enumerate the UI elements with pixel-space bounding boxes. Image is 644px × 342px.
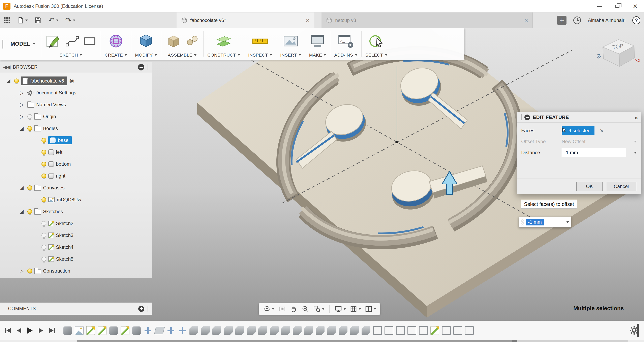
visibility-bulb-icon[interactable] xyxy=(14,78,19,83)
look-at-button[interactable] xyxy=(277,304,287,314)
timeline-fillet-feature-icon[interactable] xyxy=(350,326,359,335)
visibility-bulb-icon[interactable] xyxy=(28,114,32,119)
visibility-bulb-icon[interactable] xyxy=(28,186,32,190)
dialog-collapse-button[interactable] xyxy=(524,114,530,120)
timeline-sketch-feature-icon[interactable] xyxy=(98,326,106,335)
timeline-fillet-feature-icon[interactable] xyxy=(293,326,302,335)
browser-item-base[interactable]: base xyxy=(0,134,152,146)
browser-item-origin[interactable]: Origin xyxy=(0,110,152,122)
addins-scripts-icon[interactable]: >_ xyxy=(338,32,354,50)
visibility-bulb-icon[interactable] xyxy=(42,197,46,202)
selected-body-chip[interactable]: base xyxy=(48,136,72,144)
redo-button[interactable]: ↷ xyxy=(65,16,75,24)
distance-input[interactable]: -1 mm xyxy=(562,148,626,157)
new-tab-button[interactable]: + xyxy=(557,16,566,25)
comments-panel[interactable]: COMMENTS xyxy=(0,302,152,314)
browser-grip[interactable] xyxy=(148,64,149,70)
make-3d-print-icon[interactable] xyxy=(309,32,326,50)
visibility-bulb-icon[interactable] xyxy=(42,162,46,166)
timeline-offset-feature-icon[interactable] xyxy=(442,326,451,335)
browser-item-document-settings[interactable]: Document Settings xyxy=(0,87,152,99)
browser-minimize-button[interactable] xyxy=(138,64,144,70)
timeline-offset-feature-icon[interactable] xyxy=(396,326,405,335)
timeline-offset-feature-icon[interactable] xyxy=(384,326,393,335)
step-forward-button[interactable] xyxy=(39,328,43,333)
timeline-offset-feature-icon[interactable] xyxy=(408,326,416,335)
expander-icon[interactable] xyxy=(18,209,25,214)
job-status-clock-icon[interactable] xyxy=(573,16,581,24)
workspace-selector[interactable]: MODEL xyxy=(5,28,41,60)
grid-snap-button[interactable] xyxy=(349,304,362,314)
browser-item-right[interactable]: right xyxy=(0,170,152,182)
ribbon-grip[interactable] xyxy=(2,40,4,48)
timeline-fillet-feature-icon[interactable] xyxy=(327,326,336,335)
insert-canvas-icon[interactable] xyxy=(282,32,299,50)
expander-icon[interactable] xyxy=(18,114,25,119)
visibility-bulb-icon[interactable] xyxy=(42,174,46,178)
browser-item-sketch4[interactable]: Sketch4 xyxy=(0,241,152,253)
play-button[interactable] xyxy=(28,328,32,334)
construction-plane-icon[interactable] xyxy=(215,32,232,50)
assemble-menu[interactable]: ASSEMBLE xyxy=(168,52,197,58)
browser-item-sketch2[interactable]: Sketch2 xyxy=(0,218,152,229)
timeline-extrude-feature-icon[interactable] xyxy=(132,326,141,335)
select-menu[interactable]: SELECT xyxy=(366,52,387,58)
visibility-bulb-icon[interactable] xyxy=(42,233,46,238)
help-button[interactable]: ? xyxy=(632,16,640,24)
timeline-fillet-feature-icon[interactable] xyxy=(190,326,198,335)
timeline-move-feature-icon[interactable] xyxy=(178,326,187,335)
browser-item-sketches[interactable]: Sketches xyxy=(0,206,152,218)
slider-track-empty[interactable] xyxy=(515,340,628,342)
undo-button[interactable]: ↶ xyxy=(48,16,58,24)
browser-item-bottom[interactable]: bottom xyxy=(0,158,152,170)
spline-tool-icon[interactable] xyxy=(65,34,79,48)
visibility-bulb-icon[interactable] xyxy=(42,245,46,250)
restore-button[interactable] xyxy=(608,0,626,12)
dimension-value-selected[interactable]: -1 mm xyxy=(526,218,544,226)
timeline-fillet-feature-icon[interactable] xyxy=(270,326,278,335)
offset-type-caret-icon[interactable] xyxy=(634,141,637,142)
dialog-dock-icon[interactable]: » xyxy=(634,114,638,121)
browser-item-sketch3[interactable]: Sketch3 xyxy=(0,229,152,241)
timeline-fillet-feature-icon[interactable] xyxy=(247,326,256,335)
zoom-window-button[interactable] xyxy=(312,304,325,314)
dialog-header[interactable]: EDIT FEATURE » xyxy=(517,112,641,122)
timeline-fillet-feature-icon[interactable] xyxy=(201,326,210,335)
expand-comments-button[interactable] xyxy=(138,306,144,312)
expander-icon[interactable] xyxy=(5,78,12,84)
browser-item-left[interactable]: left xyxy=(0,146,152,158)
root-document-chip[interactable]: fabchocolate v6 xyxy=(21,76,67,85)
save-button[interactable] xyxy=(35,17,42,24)
tab-close-icon[interactable]: × xyxy=(524,17,528,24)
timeline-fillet-feature-icon[interactable] xyxy=(224,326,233,335)
visibility-bulb-icon[interactable] xyxy=(42,150,46,154)
timeline-sketch-feature-icon[interactable] xyxy=(430,326,439,335)
timeline-extrude-feature-icon[interactable] xyxy=(109,326,118,335)
timeline-move-feature-icon[interactable] xyxy=(166,326,175,335)
clear-selection-button[interactable]: × xyxy=(600,127,604,134)
timeline-settings-gear-icon[interactable] xyxy=(630,326,639,335)
new-component-icon[interactable] xyxy=(165,32,182,50)
addins-menu[interactable]: ADD-INS xyxy=(334,52,357,58)
browser-item-fabchocolate-v6[interactable]: fabchocolate v6 xyxy=(0,75,152,87)
slider-handle[interactable] xyxy=(512,340,517,342)
joint-icon[interactable] xyxy=(185,34,199,48)
step-back-button[interactable] xyxy=(17,328,21,333)
timeline-fillet-feature-icon[interactable] xyxy=(304,326,313,335)
timeline-feature-strip[interactable] xyxy=(63,326,636,335)
sketch-menu[interactable]: SKETCH xyxy=(60,52,82,58)
press-pull-icon[interactable] xyxy=(138,32,154,50)
timeline-fillet-feature-icon[interactable] xyxy=(281,326,290,335)
timeline-offset-feature-icon[interactable] xyxy=(373,326,382,335)
faces-selected-button[interactable]: 9 selected xyxy=(562,126,594,135)
browser-item-sketch5[interactable]: Sketch5 xyxy=(0,253,152,265)
timeline-fillet-feature-icon[interactable] xyxy=(338,326,348,335)
file-menu-button[interactable] xyxy=(17,17,28,24)
timeline-fillet-feature-icon[interactable] xyxy=(316,326,324,335)
visibility-bulb-icon[interactable] xyxy=(42,221,46,226)
browser-item-mdqd8uw[interactable]: mDQD8Uw xyxy=(0,194,152,206)
viewcube-graphic[interactable]: TOP Z X xyxy=(596,34,642,74)
browser-collapse-icon[interactable]: ◀◀ xyxy=(3,64,10,70)
sketch-center-point[interactable] xyxy=(396,141,398,143)
offset-type-value[interactable]: New Offset xyxy=(562,139,586,144)
